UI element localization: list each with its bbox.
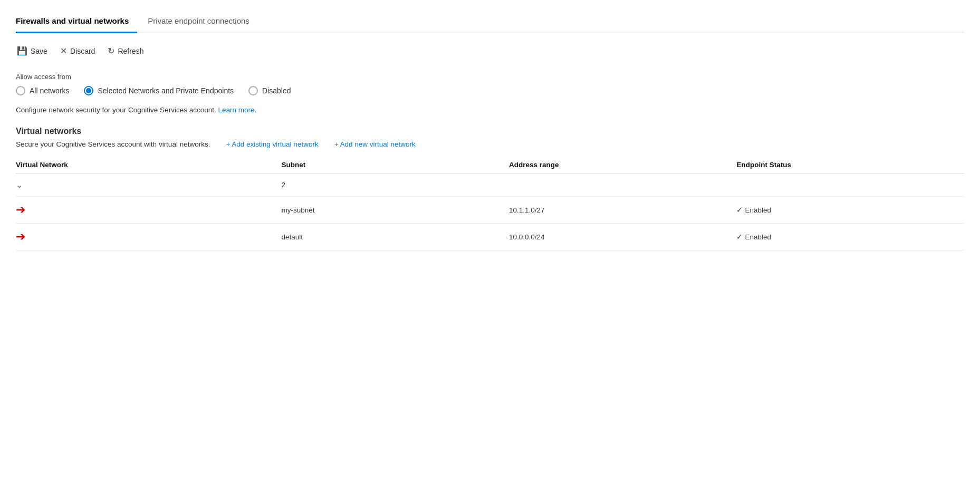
- tab-private-endpoints[interactable]: Private endpoint connections: [148, 11, 258, 33]
- refresh-button[interactable]: ↻ Refresh: [107, 44, 145, 58]
- discard-label: Discard: [70, 47, 95, 55]
- virtual-networks-table: Virtual Network Subnet Address range End…: [16, 157, 964, 250]
- virtual-networks-section: Virtual networks Secure your Cognitive S…: [16, 127, 964, 250]
- row1-status-cell: ✓ Enabled: [736, 197, 964, 224]
- arrow-right-icon: ➔: [16, 231, 25, 243]
- arrow-right-icon: ➔: [16, 204, 25, 216]
- subnet-count: 2: [281, 181, 285, 189]
- row1-vnet-cell: ➔: [16, 197, 281, 224]
- allow-access-section: Allow access from All networks Selected …: [16, 73, 964, 95]
- toolbar: 💾 Save ✕ Discard ↻ Refresh: [16, 44, 964, 58]
- tab-bar: Firewalls and virtual networks Private e…: [16, 11, 964, 33]
- add-existing-vnet-link[interactable]: + Add existing virtual network: [226, 140, 318, 148]
- radio-label-disabled: Disabled: [262, 86, 291, 95]
- status-label: Enabled: [745, 206, 771, 214]
- radio-label-all: All networks: [30, 86, 69, 95]
- radio-circle-disabled: [248, 86, 258, 95]
- description-text: Configure network security for your Cogn…: [16, 106, 964, 114]
- table-row: ⌄ 2: [16, 173, 964, 197]
- row2-subnet-cell: default: [281, 224, 509, 250]
- tab-firewalls[interactable]: Firewalls and virtual networks: [16, 11, 137, 33]
- col-header-subnet: Subnet: [281, 157, 509, 173]
- col-header-status: Endpoint Status: [736, 157, 964, 173]
- col-header-vnet: Virtual Network: [16, 157, 281, 173]
- radio-disabled[interactable]: Disabled: [248, 86, 291, 95]
- status-enabled: ✓ Enabled: [736, 206, 958, 214]
- radio-label-selected: Selected Networks and Private Endpoints: [98, 86, 234, 95]
- row2-vnet-cell: ➔: [16, 224, 281, 250]
- vnet-subheader: Secure your Cognitive Services account w…: [16, 140, 964, 148]
- row2-addr-cell: 10.0.0.0/24: [509, 224, 737, 250]
- table-row: ➔ my-subnet 10.1.1.0/27 ✓ Enabled: [16, 197, 964, 224]
- save-label: Save: [31, 47, 47, 55]
- radio-circle-all: [16, 86, 25, 95]
- access-radio-group: All networks Selected Networks and Priva…: [16, 86, 964, 95]
- refresh-label: Refresh: [118, 47, 143, 55]
- discard-button[interactable]: ✕ Discard: [59, 44, 96, 58]
- refresh-icon: ↻: [108, 46, 114, 56]
- checkmark-icon: ✓: [736, 233, 743, 241]
- col-header-address: Address range: [509, 157, 737, 173]
- expand-subnet-cell: 2: [281, 173, 509, 197]
- row1-subnet-cell: my-subnet: [281, 197, 509, 224]
- discard-icon: ✕: [60, 46, 67, 56]
- status-enabled: ✓ Enabled: [736, 233, 958, 241]
- add-new-vnet-link[interactable]: + Add new virtual network: [334, 140, 416, 148]
- virtual-networks-heading: Virtual networks: [16, 127, 964, 136]
- table-row: ➔ default 10.0.0.0/24 ✓ Enabled: [16, 224, 964, 250]
- radio-selected-networks[interactable]: Selected Networks and Private Endpoints: [84, 86, 234, 95]
- row1-addr-cell: 10.1.1.0/27: [509, 197, 737, 224]
- save-icon: 💾: [17, 46, 27, 56]
- row2-status-cell: ✓ Enabled: [736, 224, 964, 250]
- expand-vnet-cell: ⌄: [16, 173, 281, 197]
- status-label: Enabled: [745, 233, 771, 241]
- save-button[interactable]: 💾 Save: [16, 44, 49, 58]
- expand-status-cell: [736, 173, 964, 197]
- allow-access-label: Allow access from: [16, 73, 964, 81]
- expand-addr-cell: [509, 173, 737, 197]
- chevron-down-icon[interactable]: ⌄: [16, 180, 23, 189]
- table-header-row: Virtual Network Subnet Address range End…: [16, 157, 964, 173]
- vnet-subheader-text: Secure your Cognitive Services account w…: [16, 140, 210, 148]
- learn-more-link[interactable]: Learn more.: [218, 106, 256, 114]
- radio-circle-selected: [84, 86, 93, 95]
- radio-all-networks[interactable]: All networks: [16, 86, 69, 95]
- checkmark-icon: ✓: [736, 206, 743, 214]
